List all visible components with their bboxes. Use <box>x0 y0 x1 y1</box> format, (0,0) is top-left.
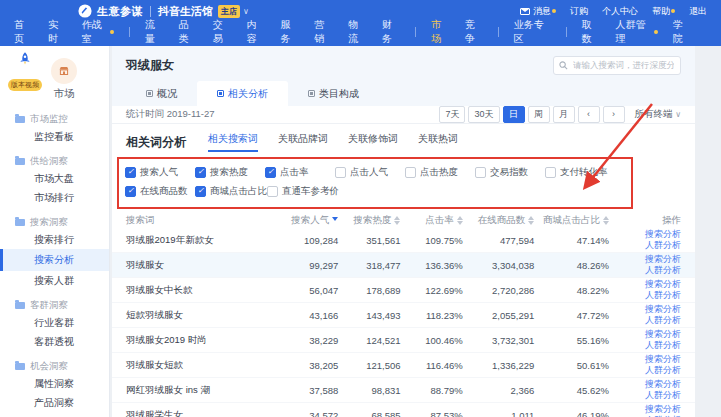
section-tab[interactable]: 关联品牌词 <box>278 132 328 152</box>
date-range-button[interactable]: 月 <box>553 106 575 123</box>
search-analysis-link[interactable]: 搜索分析 <box>645 354 681 365</box>
cell-mall-click-share: 47.14% <box>534 235 609 246</box>
brand-name: 生意参谋 <box>97 4 143 19</box>
crowd-analysis-link[interactable]: 人群分析 <box>645 265 681 276</box>
topbar-brand-row: 生意参谋 抖音生活馆 主店 ∨ 消息 订购 <box>0 0 721 22</box>
cell-search-heat: 143,493 <box>338 310 400 321</box>
search-analysis-link[interactable]: 搜索分析 <box>645 279 681 290</box>
folder-icon <box>15 302 25 309</box>
crowd-analysis-link[interactable]: 人群分析 <box>645 340 681 351</box>
search-analysis-link[interactable]: 搜索分析 <box>645 404 681 415</box>
store-badge[interactable]: 主店 <box>218 5 240 18</box>
date-range-button[interactable]: 30天 <box>468 106 499 123</box>
sidebar-item[interactable]: 客群洞察 <box>0 297 109 313</box>
stat-time-row: 统计时间 2019-11-27 7天 30天 日 周 <box>112 106 695 124</box>
date-range-button[interactable]: 周 <box>528 106 550 123</box>
topbar-link[interactable]: 个人中心 <box>602 5 638 18</box>
metric-checkbox[interactable]: 商城点击占比 <box>195 185 267 198</box>
section-tab[interactable]: 关联热词 <box>418 132 458 152</box>
table-column-header[interactable]: 搜索词 <box>126 214 276 227</box>
checkbox-icon <box>545 167 556 178</box>
table-column-header[interactable]: 点击率 <box>400 213 462 228</box>
section-tab[interactable]: 相关搜索词 <box>208 132 258 152</box>
date-range-button[interactable]: ‹ <box>578 106 600 123</box>
date-range-button[interactable]: 日 <box>503 106 525 123</box>
search-analysis-link[interactable]: 搜索分析 <box>645 379 681 390</box>
metric-checkbox[interactable]: 在线商品数 <box>125 185 195 198</box>
cell-online-products: 2,055,291 <box>463 310 535 321</box>
page-tab[interactable]: 概况 <box>126 81 197 106</box>
table-column-header[interactable]: 搜索人气 <box>276 214 338 227</box>
sidebar-item[interactable]: 市场监控 <box>0 111 109 127</box>
search-analysis-link[interactable]: 搜索分析 <box>645 254 681 265</box>
metric-checkbox[interactable]: 搜索人气 <box>125 166 195 179</box>
sidebar-item[interactable]: 产品洞察 <box>0 393 109 412</box>
search-analysis-link[interactable]: 搜索分析 <box>645 229 681 240</box>
sidebar-item[interactable]: 行业客群 <box>0 313 109 332</box>
metric-checkbox[interactable]: 点击热度 <box>405 166 475 179</box>
metric-checkbox[interactable]: 直通车参考价 <box>267 185 339 198</box>
page-tab[interactable]: 类目构成 <box>288 81 379 106</box>
sidebar-item[interactable]: 市场排行 <box>0 188 109 207</box>
cell-online-products: 1,011 <box>463 410 535 417</box>
cell-mall-click-share: 46.19% <box>534 410 609 417</box>
topbar-link[interactable]: 退出 <box>689 5 707 18</box>
cell-actions: 搜索分析 人群分析 <box>609 379 681 401</box>
metric-checkbox[interactable]: 点击率 <box>265 166 335 179</box>
keyword-search[interactable] <box>553 56 681 75</box>
cell-keyword: 网红羽绒服女 ins 潮 <box>126 384 276 397</box>
checkbox-icon <box>405 167 416 178</box>
topbar-link[interactable]: 消息 <box>520 5 556 18</box>
crowd-analysis-link[interactable]: 人群分析 <box>645 290 681 301</box>
sidebar-item[interactable]: 市场大盘 <box>0 169 109 188</box>
topbar: 生意参谋 抖音生活馆 主店 ∨ 消息 订购 <box>0 0 721 46</box>
sidebar-item[interactable]: 搜索排行 <box>0 230 109 249</box>
cell-search-popularity: 109,284 <box>276 235 338 246</box>
section-tab[interactable]: 关联修饰词 <box>348 132 398 152</box>
sidebar-item[interactable]: 客群透视 <box>0 332 109 351</box>
pin-icon <box>217 90 224 97</box>
logo-icon <box>78 4 92 18</box>
metric-checkbox[interactable]: 搜索热度 <box>195 166 265 179</box>
metric-checkbox[interactable]: 交易指数 <box>475 166 545 179</box>
terminal-filter-dropdown[interactable]: 所有终端 ∨ <box>635 108 682 121</box>
cell-mall-click-share: 55.16% <box>534 335 609 346</box>
crowd-analysis-link[interactable]: 人群分析 <box>645 240 681 251</box>
search-input[interactable] <box>553 56 681 75</box>
sidebar-item[interactable]: 机会洞察 <box>0 358 109 374</box>
sidebar: 版本视频 市场 市场监控 监控看板 <box>0 46 110 417</box>
notification-dot <box>110 30 114 34</box>
cell-search-heat: 318,477 <box>338 260 400 271</box>
search-analysis-link[interactable]: 搜索分析 <box>645 304 681 315</box>
store-switch-caret-icon[interactable]: ∨ <box>243 7 249 16</box>
crowd-analysis-link[interactable]: 人群分析 <box>645 315 681 326</box>
table-column-header[interactable]: 操作 <box>609 214 681 227</box>
cell-online-products: 2,366 <box>463 385 535 396</box>
notification-dot <box>552 9 556 13</box>
sidebar-item[interactable]: 搜索人群 <box>0 271 109 290</box>
date-range-button[interactable]: › <box>603 106 625 123</box>
date-range-button[interactable]: 7天 <box>439 106 465 123</box>
sidebar-item[interactable]: 搜索洞察 <box>0 214 109 230</box>
help-rocket-widget[interactable]: 版本视频 <box>5 51 45 91</box>
sidebar-item[interactable]: 属性洞察 <box>0 374 109 393</box>
mail-icon <box>520 8 530 15</box>
sidebar-item[interactable]: 搜索分析 <box>0 249 109 271</box>
cell-mall-click-share: 48.22% <box>534 285 609 296</box>
table-column-header[interactable]: 搜索热度 <box>338 213 400 228</box>
sidebar-item[interactable]: 监控看板 <box>0 127 109 146</box>
crowd-analysis-link[interactable]: 人群分析 <box>645 390 681 401</box>
topbar-link[interactable]: 订购 <box>570 5 588 18</box>
crowd-analysis-link[interactable]: 人群分析 <box>645 365 681 376</box>
table-column-header[interactable]: 在线商品数 <box>463 213 535 228</box>
folder-icon <box>15 116 25 123</box>
table-column-header[interactable]: 商城点击占比 <box>534 213 609 228</box>
metric-checkbox[interactable]: 支付转化率 <box>545 166 615 179</box>
topbar-link[interactable]: 帮助 <box>652 5 675 18</box>
sidebar-item[interactable]: 供给洞察 <box>0 153 109 169</box>
main-content: 羽绒服女 概况 <box>110 46 721 417</box>
search-analysis-link[interactable]: 搜索分析 <box>645 329 681 340</box>
page-tab[interactable]: 相关分析 <box>197 81 288 106</box>
folder-icon <box>15 363 25 370</box>
metric-checkbox[interactable]: 点击人气 <box>335 166 405 179</box>
